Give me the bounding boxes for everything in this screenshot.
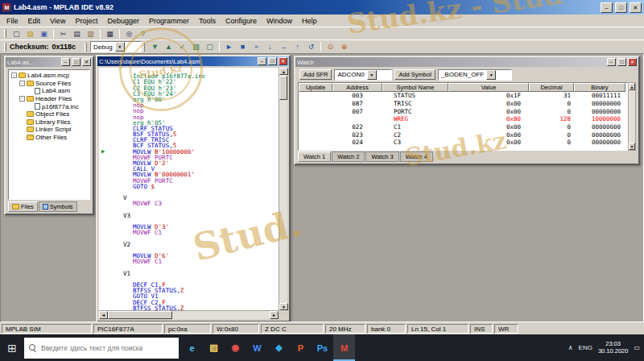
watch-col-header-decimal[interactable]: Decimal (529, 83, 574, 92)
step-out-icon[interactable]: ↑ (291, 42, 304, 52)
photoshop-icon[interactable]: Ps (312, 334, 333, 361)
new-file-icon[interactable]: ▢ (10, 28, 23, 39)
erase-target-icon[interactable]: ▨ (189, 42, 203, 52)
scroll-right-icon[interactable]: ► (270, 311, 279, 319)
taskbar-clock[interactable]: 23:03 30.10.2020 (598, 341, 629, 355)
watch-row-trisc[interactable]: 087TRISC0x00000000000 (299, 100, 627, 108)
watch-col-header-symbol-name[interactable]: Symbol Name (382, 83, 448, 92)
toolbar-gripper-2[interactable] (4, 43, 6, 52)
menu-help[interactable]: Help (297, 16, 322, 26)
blank-check-icon[interactable]: ▢ (203, 42, 217, 52)
menu-configure[interactable]: Configure (221, 16, 262, 26)
watch-col-header-address[interactable]: Address (332, 83, 382, 92)
watch-col-header-value[interactable]: Value (448, 83, 529, 92)
search-input[interactable] (41, 344, 174, 352)
tree-item-header-files[interactable]: -Header Files (9, 95, 89, 103)
editor-vertical-scrollbar[interactable]: ▲ ▼ (279, 68, 287, 310)
editor-hscroll-thumb[interactable] (108, 311, 172, 319)
powerpoint-icon[interactable]: P (290, 334, 312, 361)
tree-item-source-files[interactable]: -Source Files (9, 80, 89, 88)
tray-chevron-icon[interactable]: ∧ (568, 344, 573, 351)
menu-programmer[interactable]: Programmer (144, 16, 194, 26)
scroll-down-icon[interactable]: ▼ (629, 143, 635, 150)
project-minimize-button[interactable]: – (61, 58, 70, 66)
read-target-icon[interactable]: ▲ (162, 42, 175, 52)
folder-icon[interactable]: ▨ (203, 334, 225, 361)
open-file-icon[interactable]: ▨ (23, 28, 37, 39)
watch-scrollbar[interactable]: ▲ ▼ (628, 82, 636, 151)
mplab-icon[interactable]: M (333, 334, 355, 361)
stopwatch-icon[interactable]: ⊙ (324, 42, 337, 52)
watch-minimize-button[interactable]: – (607, 58, 616, 66)
tree-item-lab4-asm[interactable]: Lab4.asm (9, 87, 89, 95)
menu-window[interactable]: Window (262, 16, 297, 26)
editor-maximize-button[interactable]: □ (268, 57, 277, 65)
editor-minimize-button[interactable]: – (258, 57, 266, 65)
verify-target-icon[interactable]: ✓ (175, 42, 189, 52)
tree-item-library-files[interactable]: Library Files (9, 118, 89, 127)
tree-expander-icon[interactable]: - (19, 96, 25, 102)
stimulus-icon[interactable]: ⊕ (337, 42, 351, 52)
watch-col-header-binary[interactable]: Binary (574, 83, 625, 92)
start-button[interactable]: ⊞ (0, 334, 24, 361)
watch-row-c3[interactable]: 024C30x00000000000 (299, 139, 627, 147)
menu-file[interactable]: File (2, 16, 23, 26)
editor-close-button[interactable]: ✕ (279, 57, 287, 65)
menu-debugger[interactable]: Debugger (102, 16, 144, 26)
editor-vscroll-thumb[interactable] (279, 76, 287, 100)
chevron-down-icon[interactable]: ▼ (115, 42, 125, 52)
watch-tab-watch-3[interactable]: Watch 3 (365, 151, 398, 162)
watch-row-status[interactable]: 003STATUS0x1F3100011111 (299, 92, 627, 100)
close-button[interactable]: ✕ (630, 2, 642, 13)
watch-row-wreg[interactable]: WREG0x8012810000000 (299, 115, 627, 123)
tree-item-p16f877a-inc[interactable]: p16f877a.inc (9, 102, 89, 110)
step-into-icon[interactable]: ↓ (263, 42, 277, 52)
scroll-up-icon[interactable]: ▲ (629, 83, 635, 90)
tree-item-other-files[interactable]: Other Files (9, 134, 89, 142)
taskbar-search[interactable] (24, 338, 179, 359)
watch-maximize-button[interactable]: □ (617, 58, 626, 66)
animate-icon[interactable]: » (250, 42, 263, 52)
project-close-button[interactable]: ✕ (82, 58, 91, 66)
code-area[interactable]: Include p16f877a.incC1 EQU h'22'C2 EQU h… (99, 68, 279, 310)
find-icon[interactable]: ◎ (122, 28, 136, 39)
menu-edit[interactable]: Edit (23, 16, 46, 26)
minimize-button[interactable]: – (601, 2, 613, 13)
toolbar-gripper[interactable] (4, 29, 6, 38)
tree-expander-icon[interactable]: - (19, 81, 25, 86)
telegram-icon[interactable]: ◆ (268, 334, 290, 361)
help-icon[interactable]: ? (136, 28, 150, 39)
watch-col-header-update[interactable]: Update (299, 83, 332, 92)
tree-expander-icon[interactable]: - (11, 73, 17, 78)
save-file-icon[interactable]: ▣ (37, 28, 51, 39)
cut-icon[interactable]: ✂ (56, 28, 70, 39)
menu-project[interactable]: Project (70, 16, 102, 26)
watch-row-c2[interactable]: 023C20x00000000000 (299, 131, 627, 139)
chevron-down-icon[interactable]: ▼ (367, 70, 377, 80)
editor-horizontal-scrollbar[interactable]: ◄ ► (99, 310, 279, 319)
scroll-up-icon[interactable]: ▲ (279, 68, 288, 75)
add-sfr-button[interactable]: Add SFR (299, 69, 332, 80)
tree-item-object-files[interactable]: Object Files (9, 110, 89, 118)
add-symbol-button[interactable]: Add Symbol (394, 69, 435, 80)
print-icon[interactable]: ▦ (103, 28, 117, 39)
maximize-button[interactable]: □ (615, 2, 627, 13)
watch-tab-watch-2[interactable]: Watch 2 (332, 151, 365, 162)
copy-icon[interactable]: ▤ (70, 28, 84, 39)
watch-row-portc[interactable]: 007PORTC0x00000000000 (299, 107, 627, 115)
watch-tab-watch-4[interactable]: Watch 4 (400, 151, 433, 162)
reset-icon[interactable]: ↺ (304, 42, 318, 52)
menu-tools[interactable]: Tools (194, 16, 221, 26)
halt-icon[interactable]: ■ (236, 42, 250, 52)
paste-icon[interactable]: ▥ (84, 28, 97, 39)
toolbar-gripper-4[interactable] (142, 43, 145, 52)
tree-item-lab4-asm-mcp[interactable]: -Lab4.asm.mcp (9, 72, 89, 80)
toolbar-gripper-3[interactable] (85, 43, 87, 52)
sfr-select[interactable]: ADCON0 ▼ (334, 69, 392, 81)
mode-select[interactable]: Debug ▼ (90, 41, 142, 52)
notification-center-icon[interactable]: ▭ (634, 344, 640, 351)
project-tab-files[interactable]: Files (8, 201, 38, 212)
watch-row-c1[interactable]: 022C10x00000000000 (299, 123, 627, 131)
edge-icon[interactable]: e (181, 334, 203, 361)
chevron-down-icon[interactable]: ▼ (486, 70, 496, 80)
